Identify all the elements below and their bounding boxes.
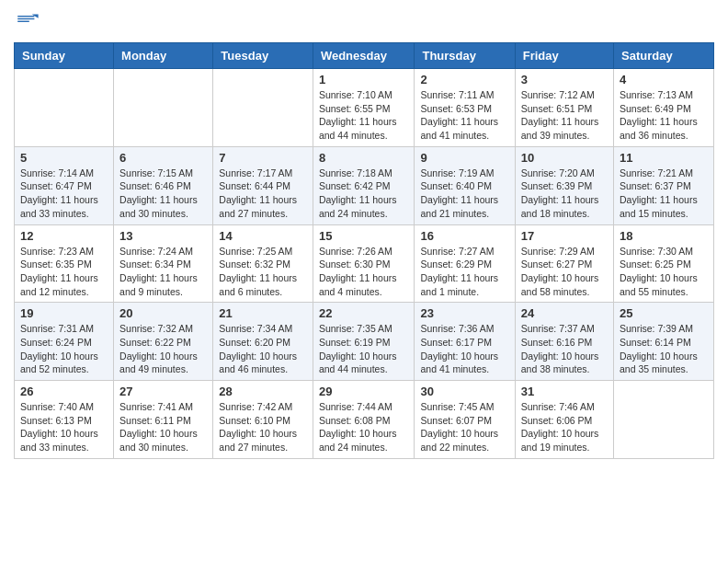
calendar-cell: 15Sunrise: 7:26 AM Sunset: 6:30 PM Dayli…: [313, 224, 415, 303]
day-info: Sunrise: 7:15 AM Sunset: 6:46 PM Dayligh…: [119, 167, 207, 221]
day-number: 8: [319, 151, 409, 165]
day-info: Sunrise: 7:29 AM Sunset: 6:27 PM Dayligh…: [521, 245, 608, 299]
day-info: Sunrise: 7:13 AM Sunset: 6:49 PM Dayligh…: [620, 88, 708, 143]
day-number: 17: [521, 229, 608, 243]
calendar-cell: [15, 69, 114, 147]
day-number: 31: [521, 385, 608, 398]
day-info: Sunrise: 7:17 AM Sunset: 6:44 PM Dayligh…: [219, 167, 307, 221]
week-row-2: 5Sunrise: 7:14 AM Sunset: 6:47 PM Daylig…: [15, 146, 714, 224]
calendar-cell: 10Sunrise: 7:20 AM Sunset: 6:39 PM Dayli…: [515, 146, 613, 224]
day-number: 26: [20, 385, 108, 398]
calendar-cell: 14Sunrise: 7:25 AM Sunset: 6:32 PM Dayli…: [213, 224, 313, 303]
day-number: 24: [521, 306, 608, 320]
calendar-cell: 8Sunrise: 7:18 AM Sunset: 6:42 PM Daylig…: [313, 146, 415, 224]
calendar-cell: [114, 69, 213, 147]
svg-rect-4: [17, 21, 29, 22]
calendar-cell: 4Sunrise: 7:13 AM Sunset: 6:49 PM Daylig…: [614, 69, 714, 147]
calendar-cell: 27Sunrise: 7:41 AM Sunset: 6:11 PM Dayli…: [114, 381, 213, 459]
day-number: 12: [20, 229, 108, 243]
day-info: Sunrise: 7:23 AM Sunset: 6:35 PM Dayligh…: [20, 245, 108, 299]
calendar-cell: 16Sunrise: 7:27 AM Sunset: 6:29 PM Dayli…: [415, 224, 515, 303]
day-number: 11: [620, 151, 708, 165]
calendar-cell: 13Sunrise: 7:24 AM Sunset: 6:34 PM Dayli…: [114, 224, 213, 303]
day-info: Sunrise: 7:11 AM Sunset: 6:53 PM Dayligh…: [420, 88, 508, 143]
calendar-cell: 11Sunrise: 7:21 AM Sunset: 6:37 PM Dayli…: [614, 146, 714, 224]
weekday-header-sunday: Sunday: [15, 43, 114, 69]
day-number: 6: [119, 151, 207, 165]
day-info: Sunrise: 7:44 AM Sunset: 6:08 PM Dayligh…: [319, 400, 409, 454]
day-info: Sunrise: 7:18 AM Sunset: 6:42 PM Dayligh…: [319, 167, 409, 221]
logo: [14, 9, 43, 35]
calendar-cell: [614, 381, 714, 459]
day-number: 1: [319, 73, 409, 86]
day-info: Sunrise: 7:26 AM Sunset: 6:30 PM Dayligh…: [319, 245, 409, 299]
calendar-cell: 7Sunrise: 7:17 AM Sunset: 6:44 PM Daylig…: [213, 146, 313, 224]
day-number: 20: [119, 306, 207, 320]
day-info: Sunrise: 7:24 AM Sunset: 6:34 PM Dayligh…: [119, 245, 207, 299]
calendar-cell: 21Sunrise: 7:34 AM Sunset: 6:20 PM Dayli…: [213, 303, 313, 381]
calendar-cell: 26Sunrise: 7:40 AM Sunset: 6:13 PM Dayli…: [15, 381, 114, 459]
calendar-cell: 17Sunrise: 7:29 AM Sunset: 6:27 PM Dayli…: [515, 224, 613, 303]
day-number: 4: [620, 73, 708, 86]
day-info: Sunrise: 7:39 AM Sunset: 6:14 PM Dayligh…: [620, 322, 708, 376]
day-info: Sunrise: 7:21 AM Sunset: 6:37 PM Dayligh…: [620, 167, 708, 221]
day-info: Sunrise: 7:27 AM Sunset: 6:29 PM Dayligh…: [420, 245, 508, 299]
calendar-cell: 22Sunrise: 7:35 AM Sunset: 6:19 PM Dayli…: [313, 303, 415, 381]
weekday-header-monday: Monday: [114, 43, 213, 69]
calendar-cell: 12Sunrise: 7:23 AM Sunset: 6:35 PM Dayli…: [15, 224, 114, 303]
day-info: Sunrise: 7:31 AM Sunset: 6:24 PM Dayligh…: [20, 322, 108, 376]
calendar-table: SundayMondayTuesdayWednesdayThursdayFrid…: [14, 42, 714, 459]
calendar-cell: 28Sunrise: 7:42 AM Sunset: 6:10 PM Dayli…: [213, 381, 313, 459]
day-info: Sunrise: 7:41 AM Sunset: 6:11 PM Dayligh…: [119, 400, 207, 454]
weekday-header-tuesday: Tuesday: [213, 43, 313, 69]
calendar-cell: 19Sunrise: 7:31 AM Sunset: 6:24 PM Dayli…: [15, 303, 114, 381]
calendar-cell: 29Sunrise: 7:44 AM Sunset: 6:08 PM Dayli…: [313, 381, 415, 459]
week-row-4: 19Sunrise: 7:31 AM Sunset: 6:24 PM Dayli…: [15, 303, 714, 381]
calendar-cell: 20Sunrise: 7:32 AM Sunset: 6:22 PM Dayli…: [114, 303, 213, 381]
calendar-cell: 6Sunrise: 7:15 AM Sunset: 6:46 PM Daylig…: [114, 146, 213, 224]
day-number: 14: [219, 229, 307, 243]
day-info: Sunrise: 7:45 AM Sunset: 6:07 PM Dayligh…: [420, 400, 508, 454]
day-number: 18: [620, 229, 708, 243]
day-number: 25: [620, 306, 708, 320]
day-info: Sunrise: 7:10 AM Sunset: 6:55 PM Dayligh…: [319, 88, 409, 143]
day-number: 13: [119, 229, 207, 243]
calendar-cell: 24Sunrise: 7:37 AM Sunset: 6:16 PM Dayli…: [515, 303, 613, 381]
svg-rect-2: [17, 16, 34, 17]
header: [14, 9, 714, 35]
day-number: 27: [119, 385, 207, 398]
day-info: Sunrise: 7:30 AM Sunset: 6:25 PM Dayligh…: [620, 245, 708, 299]
day-number: 2: [420, 73, 508, 86]
week-row-3: 12Sunrise: 7:23 AM Sunset: 6:35 PM Dayli…: [15, 224, 714, 303]
day-number: 15: [319, 229, 409, 243]
weekday-header-wednesday: Wednesday: [313, 43, 415, 69]
day-number: 9: [420, 151, 508, 165]
day-info: Sunrise: 7:12 AM Sunset: 6:51 PM Dayligh…: [521, 88, 608, 143]
weekday-header-thursday: Thursday: [415, 43, 515, 69]
day-number: 19: [20, 306, 108, 320]
calendar-cell: 23Sunrise: 7:36 AM Sunset: 6:17 PM Dayli…: [415, 303, 515, 381]
page-container: SundayMondayTuesdayWednesdayThursdayFrid…: [0, 0, 728, 473]
day-info: Sunrise: 7:32 AM Sunset: 6:22 PM Dayligh…: [119, 322, 207, 376]
day-info: Sunrise: 7:25 AM Sunset: 6:32 PM Dayligh…: [219, 245, 307, 299]
day-number: 3: [521, 73, 608, 86]
day-number: 30: [420, 385, 508, 398]
day-info: Sunrise: 7:42 AM Sunset: 6:10 PM Dayligh…: [219, 400, 307, 454]
day-info: Sunrise: 7:20 AM Sunset: 6:39 PM Dayligh…: [521, 167, 608, 221]
day-number: 29: [319, 385, 409, 398]
day-info: Sunrise: 7:19 AM Sunset: 6:40 PM Dayligh…: [420, 167, 508, 221]
day-number: 10: [521, 151, 608, 165]
calendar-cell: 5Sunrise: 7:14 AM Sunset: 6:47 PM Daylig…: [15, 146, 114, 224]
calendar-cell: 2Sunrise: 7:11 AM Sunset: 6:53 PM Daylig…: [415, 69, 515, 147]
day-info: Sunrise: 7:40 AM Sunset: 6:13 PM Dayligh…: [20, 400, 108, 454]
day-info: Sunrise: 7:36 AM Sunset: 6:17 PM Dayligh…: [420, 322, 508, 376]
day-number: 23: [420, 306, 508, 320]
day-number: 28: [219, 385, 307, 398]
calendar-cell: 30Sunrise: 7:45 AM Sunset: 6:07 PM Dayli…: [415, 381, 515, 459]
calendar-cell: 25Sunrise: 7:39 AM Sunset: 6:14 PM Dayli…: [614, 303, 714, 381]
day-number: 5: [20, 151, 108, 165]
day-number: 16: [420, 229, 508, 243]
logo-icon: [14, 9, 40, 35]
calendar-cell: 18Sunrise: 7:30 AM Sunset: 6:25 PM Dayli…: [614, 224, 714, 303]
day-number: 7: [219, 151, 307, 165]
